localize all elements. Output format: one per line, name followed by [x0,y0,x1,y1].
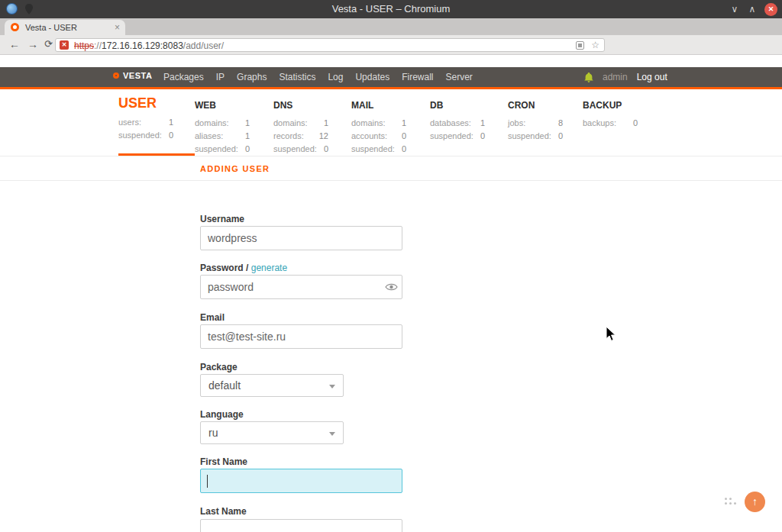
tab-title: Vesta - USER [25,23,77,32]
stat-row: jobs:8 [508,118,563,127]
minimize-button[interactable]: ∨ [729,4,740,15]
stats-title-db[interactable]: DB [430,100,506,111]
tab-close-icon[interactable]: × [115,22,120,33]
url-path: /add/user/ [183,40,224,51]
stats-col-dns: DNS domains:1 records:12 suspended:0 [273,89,350,156]
text-cursor [207,475,208,488]
stat-row: suspended:0 [273,144,328,153]
language-select[interactable]: ru [200,421,344,444]
address-bar[interactable]: ✕ https://172.16.16.129:8083/add/user/ ☆ [55,38,605,52]
username-label: Username [200,214,244,224]
show-password-eye-icon[interactable] [385,282,398,292]
page-title: ADDING USER [200,156,270,181]
nav-item-graphs[interactable]: Graphs [237,72,267,82]
stats-title-web[interactable]: WEB [195,100,271,111]
forward-button[interactable]: → [27,38,38,50]
chevron-down-icon [329,385,335,389]
page-heading-bar: ADDING USER [0,156,782,181]
stats-col-db: DB databases:1 suspended:0 [430,89,506,156]
last-name-label: Last Name [200,506,247,517]
url-text: https://172.16.16.129:8083/add/user/ [74,40,224,51]
resize-grip-icon[interactable] [725,498,727,500]
close-button[interactable]: ✕ [764,3,777,16]
stat-row: backups:0 [583,118,638,127]
first-name-input[interactable] [200,469,402,493]
maximize-button[interactable]: ∧ [747,4,758,15]
nav-item-firewall[interactable]: Firewall [402,72,433,82]
package-select[interactable]: default [200,374,344,397]
stats-title-mail[interactable]: MAIL [351,100,428,111]
nav-item-log[interactable]: Log [328,72,343,82]
stats-col-backup: BACKUP backups:0 [583,89,659,156]
nav-item-ip[interactable]: IP [216,72,225,82]
stat-row: users:1 [118,118,173,127]
stat-row: accounts:0 [351,131,406,140]
chevron-down-icon [329,432,335,436]
stats-title-cron[interactable]: CRON [508,100,584,111]
page-action-icon[interactable] [576,41,584,50]
stats-title-user[interactable]: USER [118,95,195,111]
stats-col-web: WEB domains:1 aliases:1 suspended:0 [195,89,271,156]
language-label: Language [200,409,244,420]
package-label: Package [200,362,238,372]
current-user[interactable]: admin [603,72,628,82]
last-name-input[interactable] [200,519,402,532]
vesta-logo-icon [113,73,119,79]
browser-toolbar: ← → ⟳ ✕ https://172.16.16.129:8083/add/u… [0,35,782,55]
stats-col-user: USER users:1 suspended:0 [118,89,195,156]
scroll-to-top-button[interactable]: ↑ [745,492,765,512]
mouse-cursor [606,326,617,342]
reload-button[interactable]: ⟳ [44,38,53,50]
stats-title-dns[interactable]: DNS [273,100,350,111]
nav-item-packages[interactable]: Packages [163,72,204,82]
vesta-favicon-icon [11,23,19,31]
stats-col-cron: CRON jobs:8 suspended:0 [508,89,584,156]
stat-row: suspended:0 [118,131,173,140]
stats-title-backup[interactable]: BACKUP [583,100,659,111]
vesta-nav-bar: VESTA Packages IP Graphs Statistics Log … [0,67,782,87]
password-label: Password / generate [200,263,287,273]
bookmark-star-icon[interactable]: ☆ [591,40,599,50]
stat-row: suspended:0 [195,144,250,153]
stat-row: suspended:0 [430,131,485,140]
email-label: Email [200,312,225,323]
nav-item-updates[interactable]: Updates [355,72,389,82]
window-title: Vesta - USER – Chromium [0,3,782,15]
stat-row: domains:1 [273,118,328,127]
notifications-bell-icon[interactable] [584,73,593,82]
browser-tab[interactable]: Vesta - USER × [5,20,125,35]
nav-item-statistics[interactable]: Statistics [279,72,315,82]
window-titlebar: Vesta - USER – Chromium ∨ ∧ ✕ [0,0,782,18]
vesta-logo[interactable]: VESTA [113,71,152,80]
ssl-error-icon[interactable]: ✕ [60,40,69,50]
stats-col-mail: MAIL domains:1 accounts:0 suspended:0 [351,89,428,156]
tab-strip: Vesta - USER × Отчёт [0,18,782,35]
first-name-label: First Name [200,456,247,467]
back-button[interactable]: ← [9,38,20,50]
username-input[interactable] [200,226,402,250]
stat-row: domains:1 [195,118,250,127]
stat-row: suspended:0 [508,131,563,140]
logout-link[interactable]: Log out [637,72,667,82]
nav-item-server[interactable]: Server [446,72,473,82]
stat-row: records:12 [273,131,328,140]
url-scheme: https [74,40,94,51]
vesta-menu: Packages IP Graphs Statistics Log Update… [163,67,473,87]
email-input[interactable] [200,324,402,349]
stat-row: domains:1 [351,118,406,127]
stat-row: databases:1 [430,118,485,127]
url-host: 172.16.16.129:8083 [102,40,183,51]
stat-row: aliases:1 [195,131,250,140]
password-input[interactable] [200,275,402,299]
generate-password-link[interactable]: generate [251,263,287,273]
stat-row: suspended:0 [351,144,406,153]
vesta-brand: VESTA [123,71,152,80]
